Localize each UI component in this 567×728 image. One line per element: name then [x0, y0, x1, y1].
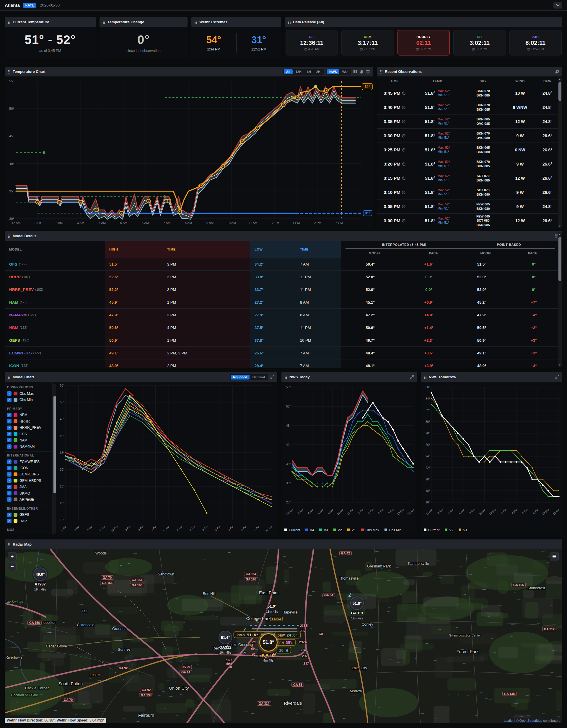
table-row[interactable]: 3:40 PM 51.8°Max: 52°Min: 51°BKN 070BKN … [377, 100, 562, 114]
legend-item-obs-max[interactable]: Obs Max [361, 528, 379, 532]
nws-tomorrow-chart[interactable]: 16°18°20°22°24°26°28°30°32°34°36°12 AM2 … [421, 382, 562, 523]
legend-item-ukmo[interactable]: ✓UKMO [5, 490, 52, 496]
gear-icon[interactable] [555, 70, 559, 74]
checkbox-checked[interactable]: ✓ [7, 413, 12, 417]
format-decimal[interactable]: Decimal [250, 375, 267, 379]
legend-item-hrrr[interactable]: ✓HRRR [5, 418, 52, 424]
table-row[interactable]: 3:45 PM 51.8°Max: 52°Min: 51°BKN 070BKN … [377, 86, 562, 100]
radar-map[interactable]: ✈ + − WoodsSandtownBen HillEast PointCol… [5, 549, 562, 723]
checkbox-checked[interactable]: ✓ [7, 432, 12, 436]
checkbox-checked[interactable]: ✓ [7, 459, 12, 464]
checkbox-checked[interactable]: ✓ [7, 491, 12, 495]
expand-icon[interactable] [270, 375, 274, 379]
legend-item-obs-min[interactable]: Obs Min [385, 528, 402, 532]
model-row-gefs[interactable]: GEFS(12Z)50.9°1 PM37.8°10 PM49.7°+2.3°50… [5, 334, 562, 346]
expand-icon[interactable] [555, 375, 559, 379]
legend-item-nam[interactable]: ✓NAM [5, 437, 52, 443]
drag-handle-icon[interactable] [102, 20, 105, 24]
drag-handle-icon[interactable] [8, 20, 10, 24]
col-low-time[interactable]: TIME [296, 241, 341, 258]
legend-item-gfs[interactable]: ✓GFS [5, 431, 52, 437]
release-clock-24h[interactable]: 24H8:02:11@ 11:52 PM [509, 30, 562, 55]
legend-item-current[interactable]: Current [285, 528, 300, 532]
station-marker-at937[interactable]: 49.0°AT93719m 49s [32, 567, 48, 591]
legend-item-current[interactable]: Current [424, 528, 440, 532]
col-high-time[interactable]: TIME [163, 241, 250, 258]
legend-item-gem-hrdps[interactable]: ✓GEM-HRDPS [5, 477, 52, 484]
sub-point-pace[interactable]: PACE [510, 248, 555, 258]
panel-header[interactable]: Data Release (All) [285, 17, 562, 27]
obs-col-time[interactable]: TIME [377, 79, 412, 83]
legend-item-v4[interactable]: V4 [306, 528, 314, 532]
legend-item-v1[interactable]: V1 [459, 528, 467, 532]
checkbox-checked[interactable]: ✓ [7, 519, 12, 523]
checkbox-checked[interactable]: ✓ [7, 391, 12, 396]
layers-icon[interactable] [366, 70, 370, 74]
table-row[interactable]: 3:20 PM 51.8°Max: 52°Min: 51°BKN 070BKN … [377, 157, 562, 171]
leaflet-link[interactable]: Leaflet [504, 719, 514, 722]
drag-handle-icon[interactable] [380, 70, 383, 73]
legend-item-gefs[interactable]: ✓GEFS [5, 512, 52, 518]
legend-scrollbar[interactable] [53, 384, 56, 534]
station-marker-obs[interactable]: 51.0°19m 49s [264, 604, 279, 614]
range-2h[interactable]: 2H [314, 69, 323, 74]
table-row[interactable]: 3:30 PM 51.8°Max: 52°Min: 51°BKN 070OVC … [377, 128, 562, 143]
legend-item-jma[interactable]: ✓JMA [5, 484, 52, 490]
drag-handle-icon[interactable] [288, 20, 291, 24]
table-row[interactable]: 3:10 PM 51.8°Max: 52°Min: 51°SCT 075BKN … [377, 185, 562, 199]
model-row-hrrr[interactable]: HRRR(19Z)52.6°3 PM33.8°11 PM52.0°0.0°52.… [5, 270, 562, 283]
range-6h[interactable]: 6H [305, 69, 313, 74]
station-marker-katl[interactable]: 51.8°KATL4m 49s [259, 633, 277, 662]
panel-header[interactable]: Radar Map [5, 539, 562, 549]
model-row-ecmwf-ifs[interactable]: ECMWF-IFS(12Z)49.1°2 PM, 3 PM26.6°7 AM48… [5, 346, 562, 359]
station-badge[interactable]: KATL [23, 3, 37, 8]
model-row-nam[interactable]: NAM(12Z)45.9°1 PM27.2°8 AM45.1°+6.9°45.2… [5, 296, 562, 308]
panel-header[interactable]: Model Chart RoundedDecimal [5, 372, 277, 382]
model-row-hrrr_prev[interactable]: HRRR_PREV(18Z)52.2°3 PM33.7°11 PM52.0°0.… [5, 283, 562, 296]
model-row-nam4km[interactable]: NAM4KM(12Z)47.9°3 PM27.9°8 AM47.2°+4.8°4… [5, 308, 562, 321]
panel-header[interactable]: Current Temperature [5, 17, 96, 27]
checkbox-checked[interactable]: ✓ [7, 472, 12, 477]
source-nws[interactable]: NWS [327, 69, 339, 74]
table-row[interactable]: 3:05 PM 51.8°Max: 52°Min: 51°FEW 065BKN … [377, 199, 562, 213]
nws-today-chart[interactable]: 25°30°35°40°45°50°55°12 AM2 AM4 AM6 AM8 … [281, 382, 417, 523]
table-row[interactable]: 3:35 PM 51.8°Max: 52°Min: 51°BKN 065OVC … [377, 114, 562, 128]
model-chart[interactable]: 15°20°25°30°35°40°45°50°55°12 AM3 AM6 AM… [57, 382, 274, 535]
table-row[interactable]: 3:25 PM 51.8°Max: 52°Min: 51°BKN 065BKN … [377, 143, 562, 157]
model-row-gfs[interactable]: GFS(12Z)51.5°3 PM34.2°7 AM50.4°+1.6°51.5… [5, 258, 562, 270]
release-clock-cli[interactable]: CLI12:36:11@ 4:26 AM [286, 30, 338, 55]
legend-item-hrrr-prev[interactable]: ✓HRRR_PREV [5, 425, 52, 431]
panel-header[interactable]: NWS Tomorrow [421, 372, 562, 382]
range-all[interactable]: All [284, 69, 293, 74]
checkbox-checked[interactable]: ✓ [7, 444, 12, 449]
panel-header[interactable]: Recent Observations [377, 67, 562, 76]
col-model[interactable]: MODEL [5, 241, 105, 258]
legend-item-gem-gdps[interactable]: ✓GEM-GDPS [5, 471, 52, 477]
obs-col-temp[interactable]: TEMP [412, 79, 463, 83]
checkbox-checked[interactable]: ✓ [7, 426, 12, 430]
drag-handle-icon[interactable] [8, 542, 10, 546]
obs-col-wind[interactable]: WIND [504, 79, 536, 83]
legend-item-v1[interactable]: V1 [347, 528, 356, 532]
legend-item-v2[interactable]: V2 [445, 528, 453, 532]
marker-temp[interactable]: 51.8° [259, 633, 277, 652]
drag-handle-icon[interactable] [285, 375, 287, 379]
model-row-icon[interactable]: ICON(12Z)48.9°2 PM28.4°7 AM48.1°+3.9°48.… [5, 359, 562, 368]
marker-temp[interactable]: 51.4° [218, 631, 232, 644]
columns-icon[interactable] [353, 70, 357, 73]
expand-icon[interactable] [410, 375, 414, 379]
bell-icon[interactable] [360, 70, 364, 74]
col-high[interactable]: HIGH [105, 241, 163, 258]
legend-item-ecmwf-ifs[interactable]: ✓ECMWF-IFS [5, 459, 52, 465]
source-wu[interactable]: WU [340, 69, 350, 74]
map-menu-button[interactable] [550, 552, 559, 561]
release-clock-dsm[interactable]: DSM3:17:11@ 7:07 PM [342, 30, 394, 55]
checkbox-checked[interactable]: ✓ [7, 419, 12, 423]
checkbox-checked[interactable]: ✓ [7, 438, 12, 442]
checkbox-checked[interactable]: ✓ [7, 497, 12, 502]
format-rounded[interactable]: Rounded [231, 375, 249, 379]
station-marker-ga312[interactable]: 51.4°GA31219m 49s [218, 631, 233, 655]
panel-header[interactable]: Model Details [5, 231, 562, 241]
drag-handle-icon[interactable] [424, 375, 427, 379]
zoom-out-button[interactable]: − [8, 562, 17, 571]
